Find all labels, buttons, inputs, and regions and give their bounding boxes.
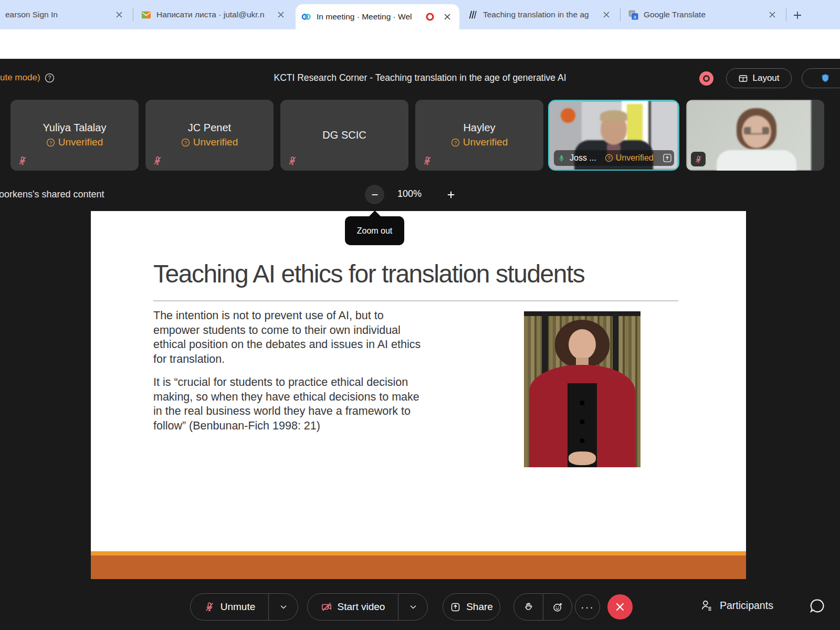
unverified-icon: ? xyxy=(605,154,613,162)
popout-icon[interactable] xyxy=(662,153,673,163)
mic-on-icon xyxy=(558,154,565,162)
close-icon[interactable] xyxy=(274,8,288,22)
raise-hand-button[interactable] xyxy=(514,594,543,620)
participant-name: Yuliya Talalay xyxy=(10,122,139,134)
mail-icon xyxy=(141,9,151,20)
close-x-icon xyxy=(615,602,625,612)
layout-button[interactable]: Layout xyxy=(726,68,792,88)
tab-google-translate[interactable]: Aa Google Translate xyxy=(623,0,784,29)
tab-teaching-translation[interactable]: Teaching translation in the ag xyxy=(462,0,618,29)
browser-tab-strip: earson Sign In Написати листа · jutal@uk… xyxy=(0,0,840,29)
slide-paragraph-1: The intention is not to prevent use of A… xyxy=(153,309,425,366)
svg-text:?: ? xyxy=(607,155,610,161)
participant-name: Hayley xyxy=(415,122,543,134)
close-icon[interactable] xyxy=(112,8,126,22)
participant-name: DG SCIC xyxy=(280,129,408,141)
portrait-photo xyxy=(524,311,640,467)
muted-mic-icon xyxy=(422,155,433,166)
screen: earson Sign In Написати листа · jutal@uk… xyxy=(0,0,840,630)
webex-icon xyxy=(301,12,311,22)
webex-meeting-window: ute mode) ? KCTI Research Corner - Teach… xyxy=(0,59,840,630)
start-video-button-group: Start video xyxy=(307,593,428,621)
participant-tile-hayley[interactable]: Hayley ? Unverified xyxy=(415,100,543,171)
unverified-icon: ? xyxy=(46,138,55,147)
close-icon[interactable] xyxy=(765,8,779,22)
tab-ukrnet-mail[interactable]: Написати листа · jutal@ukr.n xyxy=(135,0,293,29)
slide-paragraph-2: It is “crucial for students to practice … xyxy=(153,375,425,433)
layout-label: Layout xyxy=(752,73,779,83)
share-button[interactable]: Share xyxy=(443,593,500,621)
participants-button[interactable]: Participants xyxy=(700,598,773,612)
shared-slide: Teaching AI ethics for translation stude… xyxy=(91,211,746,579)
participant-tile-yuliya[interactable]: Yuliya Talalay ? Unverified xyxy=(10,100,139,171)
chat-button[interactable] xyxy=(809,597,826,614)
zoom-out-button[interactable] xyxy=(365,185,384,204)
unmute-button[interactable]: Unmute xyxy=(191,594,268,620)
participant-name: Joss ... xyxy=(570,153,596,163)
recording-indicator-icon xyxy=(699,71,713,86)
tab-webex-meeting[interactable]: In meeting · Meeting · Wel xyxy=(296,4,459,29)
tab-title: Teaching translation in the ag xyxy=(483,10,594,19)
smiley-plus-icon xyxy=(552,602,563,613)
svg-text:?: ? xyxy=(48,75,51,81)
tab-title: earson Sign In xyxy=(5,10,107,19)
close-icon[interactable] xyxy=(440,10,454,24)
chevron-down-icon xyxy=(408,602,418,612)
reactions-button[interactable] xyxy=(543,594,572,620)
help-icon[interactable]: ? xyxy=(45,73,55,83)
muted-mic-icon xyxy=(152,155,163,166)
meeting-title: KCTI Research Corner - Teaching translat… xyxy=(274,72,566,83)
reactions-button-group xyxy=(513,593,572,621)
share-icon xyxy=(450,602,461,613)
tab-title: Google Translate xyxy=(644,10,760,19)
shield-icon xyxy=(820,73,831,83)
leave-meeting-button[interactable] xyxy=(607,594,633,620)
svg-text:?: ? xyxy=(454,140,457,145)
muted-mic-icon xyxy=(17,155,28,166)
participant-tile-dg-scic[interactable]: DG SCIC xyxy=(280,100,408,171)
participants-label: Participants xyxy=(720,600,773,612)
unmute-button-group: Unmute xyxy=(190,593,298,621)
mute-mode-notice: ute mode) ? xyxy=(0,72,55,83)
chat-bubble-icon xyxy=(809,597,826,614)
security-button[interactable] xyxy=(802,68,840,88)
zoom-level: 100% xyxy=(397,188,422,200)
layout-grid-icon xyxy=(738,74,748,83)
tab-divider xyxy=(620,8,621,21)
participant-tile-video-right[interactable] xyxy=(686,100,824,171)
more-options-button[interactable]: ··· xyxy=(575,594,600,620)
video-options-button[interactable] xyxy=(398,594,427,620)
new-tab-button[interactable] xyxy=(790,7,805,23)
chevron-down-icon xyxy=(279,602,288,612)
muted-mic-icon xyxy=(287,155,298,166)
close-icon[interactable] xyxy=(600,8,613,22)
unverified-icon: ? xyxy=(451,138,460,147)
tab-recording-icon xyxy=(425,12,435,22)
zoom-out-tooltip: Zoom out xyxy=(345,216,404,245)
active-speaker-name-bar: Joss ... ? Unverified xyxy=(554,150,674,166)
tab-title: Написати листа · jutal@ukr.n xyxy=(156,10,269,19)
muted-mic-icon xyxy=(691,152,706,166)
tab-divider xyxy=(133,8,133,21)
participant-name: JC Penet xyxy=(145,122,274,134)
unverified-badge: ? Unverified xyxy=(10,136,139,148)
unverified-badge: ? Unverified xyxy=(145,136,274,148)
zoom-in-button[interactable] xyxy=(441,185,460,204)
tab-pearson-sign-in[interactable]: earson Sign In xyxy=(0,0,131,29)
tab-divider xyxy=(786,8,786,21)
svg-text:?: ? xyxy=(49,140,52,145)
participant-tile-joss-active-speaker[interactable]: Joss ... ? Unverified xyxy=(548,100,679,171)
participant-tile-jc-penet[interactable]: JC Penet ? Unverified xyxy=(145,100,274,171)
unverified-badge: ? Unverified xyxy=(415,136,543,148)
share-label: Share xyxy=(466,601,493,613)
unmute-options-button[interactable] xyxy=(269,594,298,620)
ellipsis-icon: ··· xyxy=(581,601,594,613)
plus-icon xyxy=(446,190,456,200)
browser-url-row: ecconf.webex.com/wbxmjs/joinservice/site… xyxy=(0,29,840,59)
slide-title-rule xyxy=(153,300,678,301)
svg-text:?: ? xyxy=(184,140,187,145)
start-video-button[interactable]: Start video xyxy=(308,594,398,620)
unmute-label: Unmute xyxy=(220,601,256,613)
mute-mode-text: ute mode) xyxy=(0,72,40,83)
muted-mic-icon xyxy=(204,601,215,613)
